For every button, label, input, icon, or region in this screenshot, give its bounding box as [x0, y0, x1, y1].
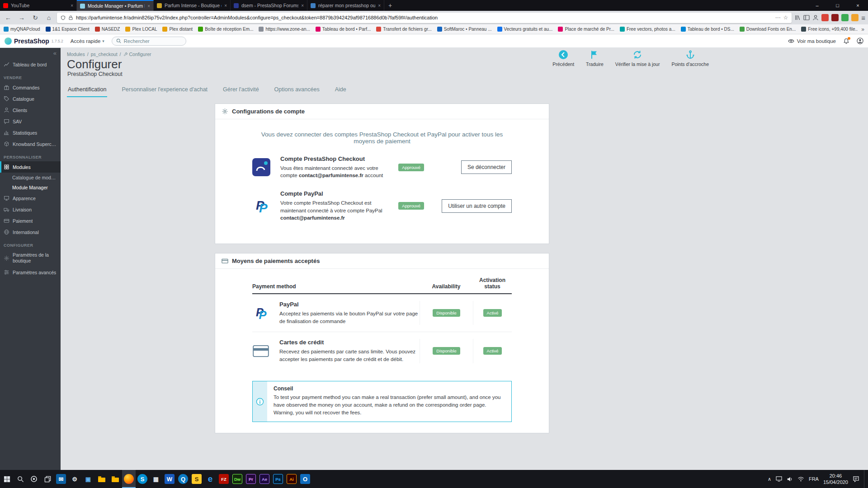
user-avatar[interactable]: [857, 38, 863, 44]
taskbar-icon-file-explorer[interactable]: [95, 470, 108, 488]
taskbar-icon-calculator[interactable]: ▦: [149, 470, 163, 488]
bookmark-item[interactable]: Plex distant: [162, 27, 193, 32]
extension-icon-2[interactable]: [831, 14, 839, 21]
notifications-bell-icon[interactable]: [843, 38, 849, 44]
sidebar-item-livraison[interactable]: Livraison: [0, 204, 61, 215]
language-indicator[interactable]: FRA: [809, 476, 819, 482]
sidebars-icon[interactable]: [803, 14, 810, 21]
taskbar-icon-filezilla[interactable]: FZ: [217, 470, 231, 488]
bookmark-item[interactable]: Transfert de fichiers gr...: [376, 27, 431, 32]
network-icon[interactable]: [797, 476, 804, 482]
translate-button[interactable]: Traduire: [586, 50, 604, 67]
library-icon[interactable]: [794, 14, 801, 21]
taskbar-icon-qfinder[interactable]: Q: [176, 470, 190, 488]
hook-points-button[interactable]: Points d'accroche: [671, 50, 709, 67]
bookmark-item[interactable]: SoftMaroc • Panneau ...: [437, 27, 492, 32]
bookmark-item[interactable]: https://www.zone-an...: [259, 27, 310, 32]
bookmark-item[interactable]: Place de marché de Pr...: [558, 27, 614, 32]
tab-aide[interactable]: Aide: [334, 84, 347, 97]
prestashop-logo[interactable]: PrestaShop 1.7.5.2: [5, 38, 63, 45]
taskbar-icon-firefox[interactable]: [122, 470, 136, 488]
tray-expand-icon[interactable]: ∧: [768, 476, 771, 482]
bookmark-item[interactable]: NASEDZ: [95, 27, 120, 32]
taskbar-icon-skype[interactable]: S: [136, 470, 149, 488]
sidebar-item-apparence[interactable]: Apparence: [0, 192, 61, 204]
maximize-button[interactable]: □: [827, 0, 848, 11]
show-desktop-button[interactable]: [864, 470, 866, 488]
browser-tab[interactable]: YouTube ×: [0, 0, 77, 11]
taskbar-search-icon[interactable]: [14, 470, 27, 488]
sidebar-item-knowband-supercheckout[interactable]: Knowband Supercheckout: [0, 138, 61, 150]
close-button[interactable]: ×: [848, 0, 868, 11]
use-another-account-button[interactable]: Utiliser un autre compte: [442, 199, 512, 213]
tab-close-icon[interactable]: ×: [71, 3, 73, 8]
browser-tab[interactable]: dsem - PrestaShop Forums ×: [231, 0, 307, 11]
cortana-icon[interactable]: [27, 470, 41, 488]
bookmark-star-icon[interactable]: ☆: [783, 14, 788, 21]
tab-close-icon[interactable]: ×: [147, 4, 150, 9]
view-shop-link[interactable]: Voir ma boutique: [788, 38, 836, 44]
previous-button[interactable]: Précédent: [552, 50, 574, 67]
sidebar-subitem-catalogue-de-modules[interactable]: Catalogue de modules: [0, 173, 61, 183]
extension-icon-1[interactable]: [821, 14, 829, 21]
sidebar-item-statistiques[interactable]: Statistiques: [0, 127, 61, 138]
sidebar-item-catalogue[interactable]: Catalogue: [0, 93, 61, 104]
extension-icon-4[interactable]: [851, 14, 859, 21]
reload-icon[interactable]: ↻: [30, 13, 41, 23]
sidebar-item-commandes[interactable]: Commandes: [0, 82, 61, 93]
check-update-button[interactable]: Vérifier la mise à jour: [615, 50, 660, 67]
bookmark-item[interactable]: Vecteurs gratuits et au...: [497, 27, 553, 32]
bookmark-item[interactable]: Boîte de réception Em...: [198, 27, 253, 32]
breadcrumb-modules[interactable]: Modules: [67, 52, 85, 57]
disconnect-button[interactable]: Se déconnecter: [461, 160, 512, 174]
home-icon[interactable]: ⌂: [43, 13, 54, 23]
new-tab-button[interactable]: +: [384, 0, 396, 11]
action-center-icon[interactable]: [853, 476, 859, 482]
bookmark-item[interactable]: 1&1 Espace Client: [46, 27, 90, 32]
taskbar-icon-dreamweaver[interactable]: Dw: [231, 470, 244, 488]
start-button[interactable]: [0, 470, 14, 488]
quick-access-menu[interactable]: Accès rapide ▾: [71, 38, 104, 44]
tab-close-icon[interactable]: ×: [301, 3, 304, 8]
sidebar-item-international[interactable]: International: [0, 226, 61, 238]
bookmarks-overflow-icon[interactable]: »: [858, 26, 864, 33]
sidebar-item-parametres-avances[interactable]: Paramètres avancés: [0, 267, 61, 278]
tab-authentification[interactable]: Authentification: [67, 84, 107, 97]
browser-tab[interactable]: réparer mon prestashop ou ma... ×: [307, 0, 384, 11]
bookmark-item[interactable]: Free icons, +99,400 file...: [801, 27, 858, 32]
taskbar-icon-settings[interactable]: ⚙: [68, 470, 81, 488]
url-bar[interactable]: https://parfumintense.fr/admin826ip75v2/…: [57, 13, 792, 23]
taskbar-icon-edge[interactable]: e: [203, 470, 217, 488]
lock-icon[interactable]: [68, 15, 73, 20]
tab-close-icon[interactable]: ×: [378, 3, 381, 8]
bookmark-item[interactable]: Plex LOCAL: [125, 27, 157, 32]
tab-personnaliser-experience[interactable]: Personnaliser l'experience d'achat: [121, 84, 208, 97]
taskbar-icon-outlook[interactable]: O: [298, 470, 312, 488]
tab-gerer-activite[interactable]: Gérer l'activité: [222, 84, 260, 97]
taskbar-icon-documents-folder[interactable]: [108, 470, 122, 488]
taskbar-icon-word[interactable]: W: [163, 470, 176, 488]
back-icon[interactable]: ←: [3, 13, 14, 23]
sidebar-collapse-button[interactable]: «: [53, 50, 57, 56]
sidebar-subitem-module-manager[interactable]: Module Manager: [0, 183, 61, 192]
bookmark-item[interactable]: myQNAPcloud: [4, 27, 40, 32]
breadcrumb-ps-checkout[interactable]: ps_checkout: [91, 52, 118, 57]
taskbar-icon-mail[interactable]: ✉: [54, 470, 68, 488]
admin-search-input[interactable]: Rechercher: [112, 37, 186, 46]
taskbar-icon-softmaker[interactable]: S: [190, 470, 203, 488]
taskbar-clock[interactable]: 20:46 15/04/2020: [823, 473, 848, 486]
menu-icon[interactable]: ≡: [861, 14, 865, 22]
bookmark-item[interactable]: Download Fonts on En...: [740, 27, 796, 32]
taskbar-icon-after-effects[interactable]: Ae: [258, 470, 271, 488]
taskbar-icon-illustrator[interactable]: Ai: [285, 470, 298, 488]
minimize-button[interactable]: –: [807, 0, 827, 11]
bookmark-item[interactable]: Tableau de bord • Parf...: [316, 27, 371, 32]
tab-options-avancees[interactable]: Options avancées: [274, 84, 321, 97]
sidebar-item-sav[interactable]: SAV: [0, 116, 61, 127]
sidebar-item-parametres-boutique[interactable]: Paramètres de la boutique: [0, 249, 61, 267]
browser-tab[interactable]: Module Manager • Parfum Int... ×: [77, 0, 154, 11]
taskbar-icon-photoshop[interactable]: Ps: [271, 470, 285, 488]
tab-close-icon[interactable]: ×: [224, 3, 227, 8]
sidebar-item-paiement[interactable]: Paiement: [0, 215, 61, 226]
browser-tab[interactable]: Parfum Intense - Boutique en l... ×: [154, 0, 231, 11]
